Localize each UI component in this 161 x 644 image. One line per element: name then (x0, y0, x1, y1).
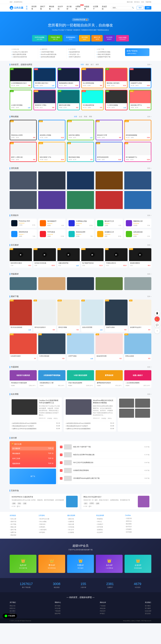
course-card[interactable]: 动效设计全能实战AE动效设计全能实战班32课时1256人学习 (10, 370, 37, 388)
more-link[interactable]: 更多 > (147, 244, 151, 246)
tab[interactable]: 博客 (89, 116, 92, 118)
music-card[interactable]: NEW电子舞曲节奏音效2:56¥12.9 (81, 248, 104, 268)
photo-card[interactable] (96, 277, 122, 290)
friend-link[interactable]: ERP管理 (96, 526, 122, 528)
resource-card[interactable]: HOT简约博客主题HTML5👁890⬇234免费 (34, 68, 56, 88)
resource-card[interactable]: NEW新闻资讯门户网站👁789⬇212¥88 (34, 90, 56, 110)
course-card[interactable]: UI设计就业实战班UI设计就业实战课程45课时2134人学习 (67, 370, 94, 388)
login-button[interactable]: 登录 (137, 6, 144, 10)
friend-link[interactable]: 定制服务 (125, 528, 151, 530)
app-card[interactable]: 淘宝购物助手★★★★☆45MB8.9k (38, 218, 65, 228)
rank-item[interactable]: 3N/A 正式许可证免费领取活动5.9k下载 (60, 459, 150, 467)
search-input[interactable] (112, 7, 132, 9)
publish-button[interactable]: 发布 (145, 6, 151, 10)
more-link[interactable]: 更多 > (147, 214, 151, 216)
play-icon[interactable] (66, 252, 71, 257)
footer-link[interactable]: 新手指南 (55, 605, 61, 607)
friend-link[interactable]: 站长之家 (10, 518, 36, 520)
friend-link[interactable]: 企业邮箱 (67, 532, 94, 533)
template-card[interactable]: VIP餐饮美食展示模板👁678⬇178¥78 (67, 142, 94, 162)
info-link[interactable]: 新用户注册送积分 (68, 56, 92, 58)
gallery-card[interactable] (124, 172, 151, 190)
tab[interactable]: 推荐 (96, 64, 99, 66)
friend-link[interactable]: 设计导航 (10, 523, 36, 525)
vip-card[interactable]: 👑企业VIP商用授权服务 (124, 555, 151, 573)
tab[interactable]: 企业 (79, 116, 82, 118)
design-card[interactable]: VIP简约花卉边框设计¥19 (34, 300, 56, 332)
photo-card[interactable] (124, 277, 151, 290)
footer-link[interactable]: 广告投放 (100, 605, 106, 607)
course-card[interactable]: 水彩插画新手教程笔触水彩插画系统入门课28课时892人学习 (38, 370, 65, 388)
hero-category[interactable]: 办公软件精选推荐 (104, 35, 115, 42)
friend-link[interactable]: 小程序源码 (38, 529, 65, 531)
news-link[interactable]: • 网站加载速度优化的10个实用技巧01-08 (66, 425, 114, 427)
info-link[interactable]: 小程序开发新手教程 (40, 51, 64, 53)
topbar-link[interactable]: 音乐 (141, 1, 144, 3)
friend-link[interactable]: 更新日志 (125, 520, 151, 522)
footer-link[interactable]: 友链交换 (100, 608, 106, 609)
tab[interactable]: 商城 (84, 116, 87, 118)
rank-tab[interactable]: 网站模板榜TOP 10 (12, 452, 54, 456)
nav-item[interactable]: 源码下载 (40, 6, 47, 10)
resource-card[interactable]: VIP企业展示单页模板👁567⬇145免费 (10, 90, 32, 110)
news-thumb[interactable] (119, 409, 134, 418)
float-top-icon[interactable]: ↑ (154, 328, 160, 334)
template-card[interactable]: HOT蓝色商务公司模板👁756⬇198¥128 (38, 120, 65, 140)
friend-link[interactable]: SSL证书 (67, 529, 94, 531)
gallery-card[interactable] (96, 191, 122, 209)
rank-tab[interactable]: 软件工具榜TOP 10 (12, 457, 54, 460)
design-card[interactable]: VIP甜品奶茶宣传图¥12 (96, 334, 122, 361)
nav-item[interactable]: 网站模板 (49, 6, 56, 10)
app-card[interactable]: 系统优化清理★★★★☆67MB7.4k (67, 230, 94, 239)
gallery-card[interactable] (96, 172, 122, 190)
friend-link[interactable]: CDN加速 (67, 526, 94, 528)
promo-card[interactable]: 新用户享折扣注册即送100积分 (125, 48, 150, 56)
info-link[interactable]: WordPress插件推荐合集 (40, 54, 64, 56)
resource-card[interactable]: VIP电商购物网站完整源码👁2.1k⬇567¥199 (58, 68, 80, 88)
music-card[interactable]: HOT悬疑紧张氛围音3:18¥9.9 (129, 248, 151, 268)
gallery-card[interactable] (38, 172, 65, 190)
app-card[interactable]: 远程桌面连接★★★★☆23MB4.2k (124, 230, 151, 239)
friend-link[interactable]: OA办公 (96, 520, 122, 522)
more-link[interactable]: 更多 > (147, 167, 151, 169)
friend-link[interactable]: 源码下载 (10, 529, 36, 531)
info-link[interactable]: 如何优化网站加载速度 (40, 56, 64, 58)
nav-item[interactable]: 社区圈子 (93, 6, 100, 10)
resource-card[interactable]: VIP个人简历在线模板👁2.3k⬇678免费 (105, 90, 128, 110)
music-card[interactable]: VIP轻快背景音乐配乐2:34¥9.9 (10, 248, 32, 268)
music-card[interactable]: VIP温馨治愈钢琴曲4:12免费 (58, 248, 80, 268)
nav-item[interactable]: 专题套餐 (84, 6, 91, 10)
more-link[interactable]: 更多 > (147, 64, 151, 66)
resource-card[interactable]: HOT在线教育平台系统👁1.5k⬇423¥299 (129, 68, 151, 88)
news-title[interactable]: CeoMax-Pro主题使用教程与常见问题解答汇总 (39, 399, 60, 404)
nav-item[interactable]: 首页 (26, 6, 29, 10)
photo-card[interactable] (38, 277, 65, 290)
friend-link[interactable]: 技术支持 (125, 526, 151, 528)
tab[interactable]: 热门 (91, 64, 94, 66)
friend-link[interactable]: CRM客户 (96, 523, 122, 525)
nav-item[interactable]: 付费课程HOT (76, 6, 82, 10)
template-card[interactable]: VIP紫色创意工作室👁923⬇256¥88 (96, 120, 122, 140)
hero-category[interactable]: UI设计资源PSD/Sketch (116, 35, 129, 42)
footer-link[interactable]: 内容合作 (100, 610, 106, 612)
info-link[interactable]: 商城小程序完整源码 (97, 54, 121, 56)
news-thumb[interactable] (135, 399, 150, 408)
news-link[interactable]: • 免费SSL证书申请与自动续期配置教程01-06 (12, 428, 60, 430)
vip-card[interactable]: 👑永久VIP一次付费终身 (96, 555, 122, 573)
news-link[interactable]: • 网站加载速度优化的10个实用技巧01-08 (12, 425, 60, 427)
design-card[interactable]: NEW小寒节气插画免费 (67, 334, 94, 361)
rank-tab[interactable]: 设计素材榜TOP 10 (12, 447, 54, 450)
resource-card[interactable]: VIP餐饮美食小程序源码👁945⬇278¥128 (105, 68, 128, 88)
friend-link[interactable]: WordPress主题 (38, 518, 65, 520)
template-card[interactable]: HOT橙色电商购物模板👁1.2k⬇345¥188 (124, 120, 151, 140)
footer-link[interactable]: 官方微博 (145, 608, 151, 609)
more-link[interactable]: 更多 > (147, 273, 151, 275)
rank-item[interactable]: 52024最新Photoshop插件合集打包下载3.8k下载 (60, 474, 150, 482)
vip-card[interactable]: 👑包月VIP30天无限下载 (10, 555, 36, 573)
news-featured-image[interactable] (66, 399, 92, 415)
resource-card[interactable]: VIP摄影作品展示模板👁456⬇134¥58 (58, 90, 80, 110)
play-icon[interactable] (90, 252, 95, 257)
photo-card[interactable] (10, 277, 37, 290)
topbar-link[interactable]: 快捷导航 (146, 1, 151, 3)
resource-card[interactable]: NEW旅游攻略分享平台👁834⬇245¥168 (129, 90, 151, 110)
